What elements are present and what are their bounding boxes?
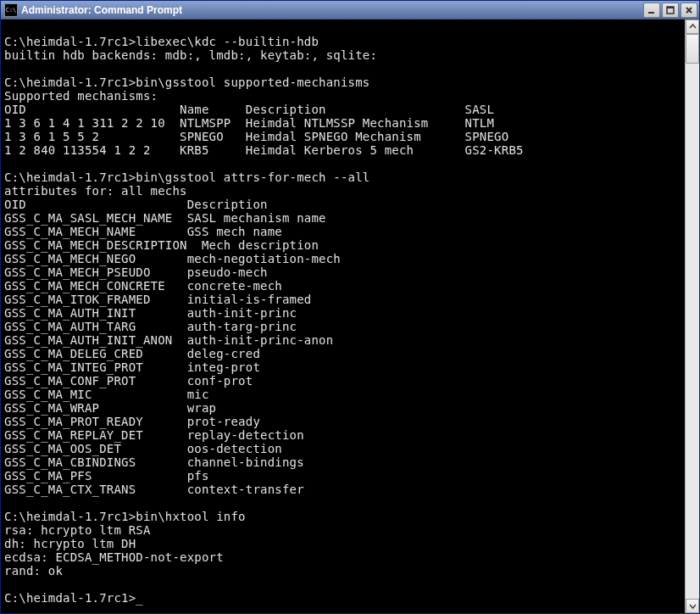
close-icon xyxy=(685,6,693,14)
window-title: Administrator: Command Prompt xyxy=(21,4,643,16)
vertical-scrollbar[interactable] xyxy=(685,20,699,613)
titlebar-buttons xyxy=(643,3,697,18)
svg-rect-0 xyxy=(648,12,654,14)
scroll-up-button[interactable] xyxy=(686,20,699,34)
window: C:\ Administrator: Command Prompt C:\hei… xyxy=(0,0,700,614)
chevron-down-icon xyxy=(689,602,697,610)
maximize-button[interactable] xyxy=(662,3,679,18)
minimize-button[interactable] xyxy=(643,3,660,18)
chevron-up-icon xyxy=(689,23,697,31)
titlebar[interactable]: C:\ Administrator: Command Prompt xyxy=(1,1,699,20)
svg-rect-2 xyxy=(667,7,674,8)
terminal-output[interactable]: C:\heimdal-1.7rc1>libexec\kdc --builtin-… xyxy=(1,20,685,613)
maximize-icon xyxy=(666,6,675,14)
close-button[interactable] xyxy=(681,3,697,18)
terminal-wrap: C:\heimdal-1.7rc1>libexec\kdc --builtin-… xyxy=(1,20,699,613)
minimize-icon xyxy=(647,6,656,14)
scroll-track[interactable] xyxy=(686,34,699,599)
scroll-down-button[interactable] xyxy=(686,599,699,613)
cursor: _ xyxy=(136,591,143,605)
scroll-thumb[interactable] xyxy=(686,34,699,64)
cmd-icon: C:\ xyxy=(4,3,18,17)
